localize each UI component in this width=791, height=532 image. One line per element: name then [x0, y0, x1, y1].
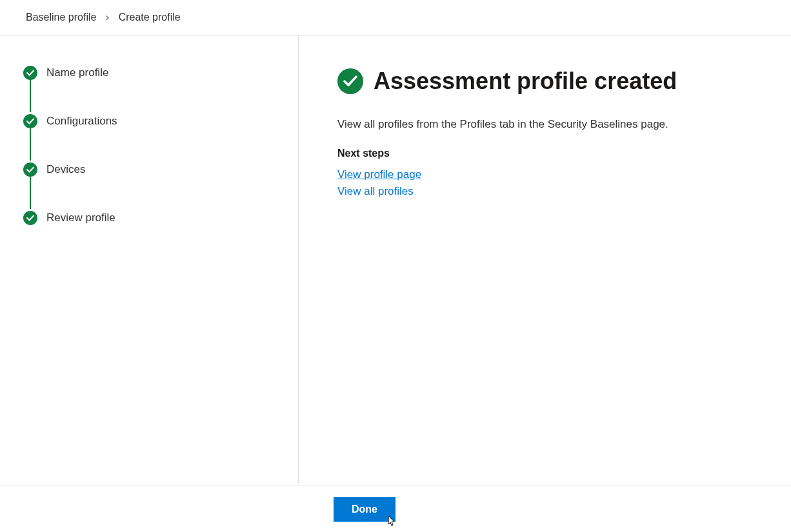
wizard-step-label: Configurations: [46, 115, 117, 128]
wizard-step-label: Name profile: [46, 66, 108, 79]
breadcrumb-item-create[interactable]: Create profile: [119, 12, 181, 23]
breadcrumb-item-baseline[interactable]: Baseline profile: [26, 12, 96, 23]
wizard-connector: [30, 128, 31, 161]
wizard-step-label: Review profile: [46, 212, 115, 224]
page-title: Assessment profile created: [374, 68, 677, 95]
checkmark-icon: [23, 114, 37, 128]
done-button[interactable]: Done: [334, 497, 396, 522]
wizard-step-configurations[interactable]: Configurations: [23, 113, 298, 129]
main-content: Assessment profile created View all prof…: [299, 35, 791, 484]
wizard-connector: [30, 79, 31, 112]
footer: Done: [0, 486, 791, 532]
view-profile-page-link[interactable]: View profile page: [337, 168, 421, 181]
wizard-sidebar: Name profile Configurations Devices: [0, 35, 299, 484]
chevron-right-icon: ›: [106, 12, 109, 23]
success-checkmark-icon: [337, 68, 363, 94]
wizard-step-devices[interactable]: Devices: [23, 162, 298, 177]
wizard-step-review-profile[interactable]: Review profile: [23, 210, 298, 226]
checkmark-icon: [23, 66, 37, 80]
breadcrumb: Baseline profile › Create profile: [0, 0, 791, 35]
checkmark-icon: [23, 163, 37, 177]
wizard-step-name-profile[interactable]: Name profile: [23, 65, 298, 81]
checkmark-icon: [23, 211, 37, 225]
description-text: View all profiles from the Profiles tab …: [337, 118, 752, 131]
wizard-connector: [30, 176, 31, 209]
next-steps-heading: Next steps: [337, 148, 752, 159]
wizard-step-label: Devices: [46, 163, 85, 176]
view-all-profiles-link[interactable]: View all profiles: [337, 185, 414, 198]
